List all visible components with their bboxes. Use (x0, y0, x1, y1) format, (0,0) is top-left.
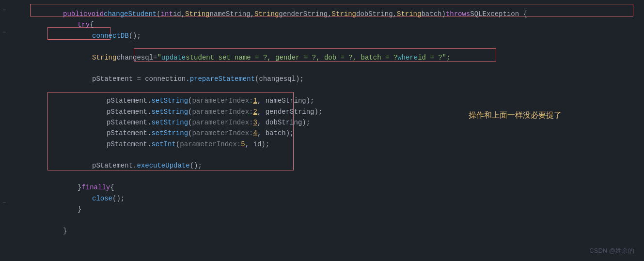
paren-3: ( (188, 117, 192, 128)
type-int: int (161, 9, 173, 19)
sql-id: id = ? (418, 52, 442, 63)
code-line-20 (29, 215, 644, 225)
type-string2: String (254, 9, 279, 19)
param-dob: dobString, (356, 9, 397, 19)
arg-gender: , genderString); (257, 107, 322, 117)
paren-4: ( (188, 128, 192, 138)
arg-id: , id); (245, 139, 269, 150)
keyword-finally: finally (81, 182, 110, 193)
type-string5: String (92, 52, 116, 63)
param-label-3: parameterIndex: (192, 117, 253, 128)
sql-update: update (161, 52, 186, 63)
type-string1: String (185, 9, 209, 19)
execute-update: pStatement. (92, 160, 137, 171)
exception-type: SQLException { (470, 9, 527, 19)
set-string-2: pStatement. (107, 107, 151, 117)
code-line-14 (29, 150, 644, 160)
var-changesql: changesql (116, 52, 153, 63)
connectdb-call: (); (129, 31, 141, 41)
keyword-void: void (87, 9, 104, 19)
brace-close-method: } (63, 226, 67, 236)
method-setint: setInt (151, 139, 175, 150)
sql-quote-close: "; (442, 52, 451, 63)
keyword-try: try (78, 19, 90, 30)
arg-dob: , dobString); (257, 117, 310, 128)
code-line-15: pStatement. executeUpdate (); (29, 160, 644, 171)
code-line-1: public void changeStudent ( int id, Stri… (29, 9, 644, 19)
param-label-5: parameterIndex: (180, 139, 241, 150)
method-setstring4: setString (151, 128, 188, 138)
code-line-18: close (); (29, 193, 644, 204)
sql-quote-open: " (157, 52, 161, 63)
brace-open-finally: { (110, 182, 114, 193)
method-setstring1: setString (151, 95, 188, 106)
code-line-21: } (29, 226, 644, 236)
code-line-19: } (29, 204, 644, 215)
paren-5: ( (176, 139, 180, 150)
code-line-2: try { (29, 19, 644, 30)
index-5: 5 (241, 139, 245, 150)
param-batch: batch) (421, 9, 445, 19)
code-line-11: pStatement. setString ( parameterIndex: … (29, 117, 644, 128)
keyword-throws: throws (446, 9, 470, 19)
code-line-13: pStatement. setInt ( parameterIndex: 5 ,… (29, 139, 644, 150)
index-1: 1 (253, 95, 257, 106)
param-label-1: parameterIndex: (192, 95, 253, 106)
set-string-4: pStatement. (107, 128, 151, 138)
paren-1: ( (188, 95, 192, 106)
fold-icon-3[interactable]: − (2, 200, 6, 206)
code-line-9: pStatement. setString ( parameterIndex: … (29, 95, 644, 106)
method-name: changeStudent (104, 9, 157, 19)
code-line-3: connectDB (); (29, 31, 644, 41)
method-close: close (92, 193, 112, 204)
sql-where: where (397, 52, 418, 63)
brace-close-finally: } (78, 204, 81, 215)
code-line-6 (29, 63, 644, 74)
code-line-10: pStatement. setString ( parameterIndex: … (29, 107, 644, 117)
code-line-5: String changesql = " update student set … (29, 52, 644, 63)
arg-batch: , batch); (257, 128, 294, 138)
assign-op: = (153, 52, 157, 63)
set-int-5: pStatement. (107, 139, 151, 150)
type-string3: String (332, 9, 356, 19)
code-line-17: } finally { (29, 182, 644, 193)
param-gender: genderString, (279, 9, 331, 19)
type-string4: String (397, 9, 421, 19)
watermark: CSDN @姓余的 (589, 246, 634, 255)
prepare-statement: pStatement = connection. (92, 74, 190, 84)
index-3: 3 (253, 117, 257, 128)
code-line-16 (29, 171, 644, 182)
code-line-7: pStatement = connection. prepareStatemen… (29, 74, 644, 84)
close-call: (); (112, 193, 125, 204)
param-id: id, (173, 9, 185, 19)
paren-open: ( (157, 9, 160, 19)
method-prepare: prepareStatement (190, 74, 255, 84)
brace-close-try: } (78, 182, 81, 193)
code-line-12: pStatement. setString ( parameterIndex: … (29, 128, 644, 138)
prepare-args: (changesql); (255, 74, 304, 84)
index-2: 2 (253, 107, 257, 117)
method-execute: executeUpdate (137, 160, 189, 171)
set-string-3: pStatement. (107, 117, 151, 128)
fold-icon-2[interactable]: − (2, 29, 6, 36)
keyword-public: public (63, 9, 87, 19)
execute-call: (); (190, 160, 202, 171)
method-setstring2: setString (151, 107, 188, 117)
arg-name: , nameString); (257, 95, 314, 106)
index-4: 4 (253, 128, 257, 138)
paren-2: ( (188, 107, 192, 117)
param-label-4: parameterIndex: (192, 128, 253, 138)
fold-icon-1[interactable]: − (2, 7, 6, 14)
method-setstring3: setString (151, 117, 188, 128)
param-label-2: parameterIndex: (192, 107, 253, 117)
code-line-8 (29, 85, 644, 95)
param-name: nameString, (210, 9, 254, 19)
code-line-4 (29, 41, 644, 52)
brace-open-try: { (90, 19, 94, 30)
method-connectdb: connectDB (92, 31, 129, 41)
set-string-1: pStatement. (107, 95, 151, 106)
sql-body: student set name = ?, gender = ?, dob = … (186, 52, 397, 63)
